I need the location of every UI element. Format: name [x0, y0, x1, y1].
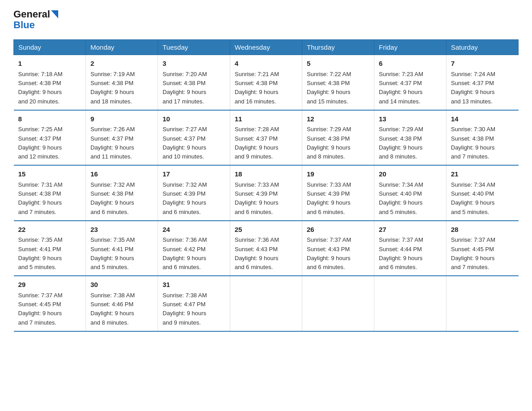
- daylight-minutes: and 5 minutes.: [90, 264, 129, 270]
- calendar-cell: 20Sunrise: 7:34 AMSunset: 4:40 PMDayligh…: [374, 165, 446, 221]
- sunrise-info: Sunrise: 7:37 AM: [379, 236, 423, 243]
- calendar-cell: 27Sunrise: 7:37 AMSunset: 4:44 PMDayligh…: [374, 221, 446, 276]
- day-number: 28: [451, 225, 514, 235]
- calendar-cell: [374, 276, 446, 331]
- calendar-week-row: 22Sunrise: 7:35 AMSunset: 4:41 PMDayligh…: [14, 221, 519, 276]
- sunrise-info: Sunrise: 7:26 AM: [90, 126, 135, 133]
- daylight-minutes: and 7 minutes.: [18, 209, 56, 215]
- calendar-week-row: 15Sunrise: 7:31 AMSunset: 4:38 PMDayligh…: [14, 165, 519, 221]
- sunset-info: Sunset: 4:39 PM: [163, 190, 206, 197]
- sunrise-info: Sunrise: 7:32 AM: [90, 181, 135, 188]
- sunrise-info: Sunrise: 7:34 AM: [451, 181, 495, 188]
- calendar-cell: 28Sunrise: 7:37 AMSunset: 4:45 PMDayligh…: [446, 221, 519, 276]
- daylight-info: Daylight: 9 hours: [451, 255, 495, 261]
- daylight-minutes: and 6 minutes.: [235, 264, 273, 270]
- daylight-minutes: and 20 minutes.: [18, 98, 60, 105]
- day-number: 23: [90, 225, 153, 235]
- day-number: 27: [379, 225, 442, 235]
- daylight-minutes: and 14 minutes.: [379, 98, 420, 105]
- sunrise-info: Sunrise: 7:30 AM: [451, 126, 495, 133]
- sunrise-info: Sunrise: 7:37 AM: [18, 292, 63, 299]
- calendar-cell: 14Sunrise: 7:30 AMSunset: 4:38 PMDayligh…: [446, 110, 519, 166]
- day-number: 8: [18, 114, 82, 124]
- daylight-minutes: and 6 minutes.: [163, 264, 201, 270]
- calendar-cell: 24Sunrise: 7:36 AMSunset: 4:42 PMDayligh…: [158, 221, 230, 276]
- daylight-info: Daylight: 9 hours: [235, 199, 279, 206]
- daylight-info: Daylight: 9 hours: [90, 144, 134, 151]
- sunrise-info: Sunrise: 7:25 AM: [18, 126, 63, 133]
- weekday-header-friday: Friday: [374, 40, 446, 55]
- calendar-cell: 8Sunrise: 7:25 AMSunset: 4:37 PMDaylight…: [14, 110, 86, 166]
- daylight-info: Daylight: 9 hours: [379, 144, 423, 151]
- sunset-info: Sunset: 4:37 PM: [379, 80, 422, 86]
- sunset-info: Sunset: 4:42 PM: [163, 246, 206, 253]
- calendar-cell: 9Sunrise: 7:26 AMSunset: 4:37 PMDaylight…: [86, 110, 158, 166]
- daylight-info: Daylight: 9 hours: [235, 255, 279, 261]
- daylight-info: Daylight: 9 hours: [18, 310, 62, 317]
- calendar-cell: 15Sunrise: 7:31 AMSunset: 4:38 PMDayligh…: [14, 165, 86, 221]
- sunrise-info: Sunrise: 7:38 AM: [90, 292, 135, 299]
- sunset-info: Sunset: 4:37 PM: [235, 135, 278, 142]
- daylight-minutes: and 5 minutes.: [379, 209, 417, 215]
- daylight-info: Daylight: 9 hours: [307, 144, 351, 151]
- sunrise-info: Sunrise: 7:31 AM: [18, 181, 63, 188]
- calendar-table: SundayMondayTuesdayWednesdayThursdayFrid…: [13, 39, 519, 332]
- page-header: General Blue: [13, 9, 519, 30]
- sunset-info: Sunset: 4:37 PM: [18, 135, 61, 142]
- logo-general-text: General: [13, 9, 50, 20]
- daylight-info: Daylight: 9 hours: [163, 199, 206, 206]
- day-number: 18: [235, 169, 297, 180]
- sunrise-info: Sunrise: 7:34 AM: [379, 181, 423, 188]
- sunrise-info: Sunrise: 7:24 AM: [451, 71, 495, 77]
- daylight-info: Daylight: 9 hours: [90, 255, 134, 261]
- sunset-info: Sunset: 4:47 PM: [163, 301, 206, 308]
- daylight-minutes: and 8 minutes.: [90, 319, 129, 326]
- sunset-info: Sunset: 4:38 PM: [90, 190, 133, 197]
- daylight-minutes: and 17 minutes.: [163, 98, 204, 105]
- sunrise-info: Sunrise: 7:32 AM: [163, 181, 207, 188]
- sunset-info: Sunset: 4:44 PM: [379, 246, 422, 253]
- sunrise-info: Sunrise: 7:19 AM: [90, 71, 135, 77]
- calendar-week-row: 8Sunrise: 7:25 AMSunset: 4:37 PMDaylight…: [14, 110, 519, 166]
- daylight-minutes: and 13 minutes.: [451, 98, 493, 105]
- daylight-minutes: and 8 minutes.: [379, 153, 417, 160]
- sunset-info: Sunset: 4:45 PM: [451, 246, 494, 253]
- day-number: 6: [379, 59, 442, 69]
- daylight-info: Daylight: 9 hours: [451, 89, 495, 95]
- day-number: 2: [90, 59, 153, 69]
- daylight-info: Daylight: 9 hours: [307, 89, 351, 95]
- daylight-info: Daylight: 9 hours: [163, 144, 206, 151]
- daylight-info: Daylight: 9 hours: [163, 255, 206, 261]
- sunset-info: Sunset: 4:38 PM: [307, 80, 350, 86]
- sunrise-info: Sunrise: 7:29 AM: [379, 126, 423, 133]
- calendar-cell: [230, 276, 302, 331]
- day-number: 29: [18, 280, 82, 290]
- calendar-cell: [302, 276, 374, 331]
- daylight-minutes: and 10 minutes.: [163, 153, 204, 160]
- sunrise-info: Sunrise: 7:22 AM: [307, 71, 351, 77]
- daylight-info: Daylight: 9 hours: [451, 144, 495, 151]
- sunset-info: Sunset: 4:43 PM: [307, 246, 350, 253]
- daylight-minutes: and 9 minutes.: [163, 319, 201, 326]
- calendar-week-row: 1Sunrise: 7:18 AMSunset: 4:38 PMDaylight…: [14, 55, 519, 110]
- daylight-minutes: and 6 minutes.: [307, 209, 345, 215]
- daylight-minutes: and 9 minutes.: [235, 153, 273, 160]
- sunset-info: Sunset: 4:41 PM: [18, 246, 61, 253]
- calendar-cell: 18Sunrise: 7:33 AMSunset: 4:39 PMDayligh…: [230, 165, 302, 221]
- sunset-info: Sunset: 4:38 PM: [90, 80, 133, 86]
- weekday-header-monday: Monday: [86, 40, 158, 55]
- svg-marker-0: [51, 10, 58, 18]
- daylight-info: Daylight: 9 hours: [18, 255, 62, 261]
- calendar-cell: 7Sunrise: 7:24 AMSunset: 4:37 PMDaylight…: [446, 55, 519, 110]
- calendar-cell: 31Sunrise: 7:38 AMSunset: 4:47 PMDayligh…: [158, 276, 230, 331]
- logo-blue-text: Blue: [13, 20, 58, 30]
- daylight-minutes: and 7 minutes.: [451, 264, 489, 270]
- calendar-cell: 23Sunrise: 7:35 AMSunset: 4:41 PMDayligh…: [86, 221, 158, 276]
- calendar-cell: 6Sunrise: 7:23 AMSunset: 4:37 PMDaylight…: [374, 55, 446, 110]
- sunset-info: Sunset: 4:40 PM: [451, 190, 494, 197]
- day-number: 17: [163, 169, 225, 180]
- daylight-info: Daylight: 9 hours: [379, 255, 423, 261]
- calendar-week-row: 29Sunrise: 7:37 AMSunset: 4:45 PMDayligh…: [14, 276, 519, 331]
- day-number: 24: [163, 225, 225, 235]
- calendar-cell: 25Sunrise: 7:36 AMSunset: 4:43 PMDayligh…: [230, 221, 302, 276]
